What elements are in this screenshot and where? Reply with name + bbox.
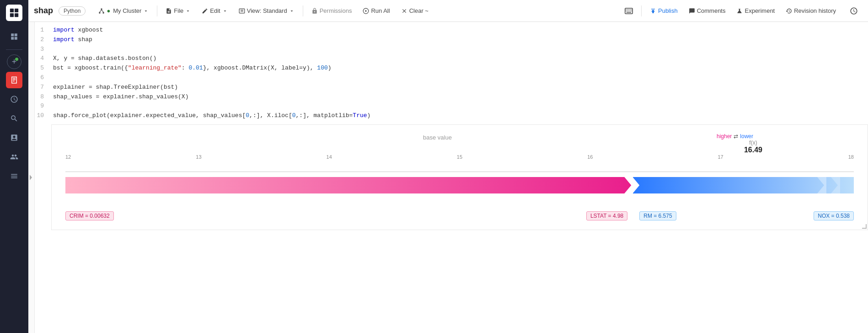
svg-rect-10 — [241, 11, 243, 11]
shap-labels: CRIM = 0.00632 LSTAT = 4.98 RM = 6.575 N… — [65, 204, 854, 220]
code-area: 1 2 3 4 5 6 7 8 9 10 import xgboost impo… — [35, 22, 868, 333]
file-menu-button[interactable]: File — [161, 5, 195, 16]
fx-label: f(x) — [744, 140, 762, 146]
keyboard-button[interactable] — [620, 6, 638, 16]
notebook-icon[interactable] — [6, 72, 22, 88]
edit-label: Edit — [210, 7, 220, 14]
sidebar: + — [0, 0, 28, 333]
experiment-button[interactable]: Experiment — [732, 5, 779, 16]
svg-rect-14 — [627, 9, 628, 10]
run-icon — [363, 8, 369, 14]
lower-label: lower — [740, 133, 753, 140]
edit-menu-button[interactable]: Edit — [197, 5, 232, 16]
svg-line-7 — [100, 10, 102, 12]
svg-rect-3 — [15, 13, 18, 17]
view-label: View: Standard — [247, 7, 287, 14]
file-label: File — [174, 7, 183, 14]
analytics-icon[interactable] — [6, 129, 22, 146]
tick-15: 15 — [457, 154, 462, 160]
workspace-switcher[interactable] — [6, 28, 22, 45]
shap-visualization: base value higher ⇄ lower f(x) 16.49 — [52, 125, 868, 230]
svg-rect-23 — [627, 12, 632, 13]
code-cell: 1 2 3 4 5 6 7 8 9 10 import xgboost impo… — [35, 22, 868, 124]
view-dropdown-icon — [289, 8, 295, 14]
rm-label: RM = 6.575 — [639, 211, 676, 220]
divider-1 — [157, 5, 157, 16]
code-content[interactable]: import xgboost import shap X, y = shap.d… — [51, 22, 868, 124]
higher-lower-indicator: higher ⇄ lower — [717, 133, 753, 140]
svg-point-4 — [101, 8, 103, 10]
view-icon — [239, 8, 245, 14]
publish-button[interactable]: Publish — [645, 5, 682, 16]
cluster-button[interactable]: ● My Cluster — [94, 5, 153, 16]
revision-label: Revision history — [794, 7, 836, 14]
cluster-icon — [98, 8, 105, 14]
edit-icon — [202, 8, 208, 14]
svg-rect-2 — [10, 13, 14, 17]
svg-rect-18 — [626, 11, 627, 11]
svg-rect-13 — [626, 9, 627, 10]
run-all-label: Run All — [371, 7, 390, 14]
svg-point-6 — [103, 12, 105, 14]
tick-13: 13 — [196, 154, 201, 160]
resize-handle[interactable] — [862, 224, 867, 229]
tick-12: 12 — [65, 154, 71, 160]
svg-rect-15 — [628, 9, 629, 10]
line-numbers: 1 2 3 4 5 6 7 8 9 10 — [35, 22, 51, 124]
svg-rect-9 — [241, 10, 243, 10]
svg-point-5 — [99, 12, 101, 14]
collapse-handle[interactable] — [28, 22, 35, 333]
svg-line-8 — [102, 10, 103, 12]
menu-icon[interactable] — [6, 168, 22, 184]
edit-dropdown-icon — [222, 8, 228, 14]
lstat-label: LSTAT = 4.98 — [586, 211, 627, 220]
comments-icon — [689, 8, 695, 14]
add-cell-button[interactable]: + — [7, 54, 21, 69]
arrows-icon: ⇄ — [734, 133, 738, 140]
base-value-label: base value — [423, 134, 452, 141]
svg-rect-1 — [15, 9, 18, 12]
schedule-icon — [850, 7, 858, 15]
clock-button[interactable] — [845, 5, 863, 17]
svg-rect-20 — [628, 11, 629, 11]
comments-button[interactable]: Comments — [684, 5, 730, 16]
revision-icon — [786, 8, 792, 14]
svg-rect-16 — [630, 9, 631, 10]
history-icon[interactable] — [6, 91, 22, 107]
divider-2 — [303, 5, 303, 16]
blue-bar-notch-left — [632, 177, 642, 193]
experiment-label: Experiment — [745, 7, 775, 14]
output-area: base value higher ⇄ lower f(x) 16.49 — [51, 124, 868, 230]
comments-label: Comments — [697, 7, 726, 14]
svg-rect-19 — [627, 11, 628, 11]
revision-history-button[interactable]: Revision history — [781, 5, 841, 16]
experiment-icon — [736, 8, 743, 14]
clear-button[interactable]: Clear ~ — [396, 5, 433, 16]
code-cell-inner: 1 2 3 4 5 6 7 8 9 10 import xgboost impo… — [35, 22, 868, 124]
teams-icon[interactable] — [6, 149, 22, 165]
crim-label: CRIM = 0.00632 — [65, 211, 114, 220]
publish-icon — [650, 8, 656, 14]
tick-17: 17 — [718, 154, 723, 160]
search-icon[interactable] — [6, 110, 22, 127]
notebook-body: 1 2 3 4 5 6 7 8 9 10 import xgboost impo… — [28, 22, 868, 333]
axis-ticks: 12 13 14 15 16 17 18 — [65, 154, 854, 161]
cluster-label: My Cluster — [113, 7, 141, 14]
permissions-label: Permissions — [320, 7, 352, 14]
keyboard-icon — [625, 8, 633, 14]
cluster-dropdown-icon — [143, 8, 149, 14]
app-logo — [6, 5, 22, 21]
permissions-button[interactable]: Permissions — [307, 5, 357, 16]
view-menu-button[interactable]: View: Standard — [234, 5, 299, 16]
main-content: shap Python ● My Cluster File Edit View:… — [28, 0, 868, 333]
fx-value: 16.49 — [744, 146, 762, 154]
file-icon — [166, 8, 172, 14]
run-all-button[interactable]: Run All — [358, 5, 394, 16]
axis-line — [65, 172, 854, 172]
language-badge[interactable]: Python — [59, 6, 86, 16]
red-bar — [65, 177, 633, 193]
blue-bar-notch-2 — [831, 177, 840, 193]
svg-rect-17 — [631, 9, 632, 10]
fx-block: f(x) 16.49 — [744, 140, 762, 154]
red-bar-notch-1 — [624, 177, 633, 193]
